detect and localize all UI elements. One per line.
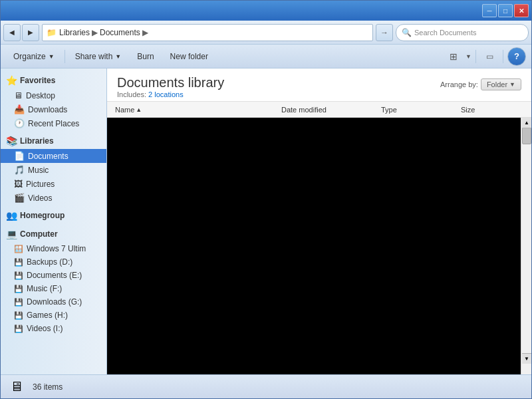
search-icon: 🔍 xyxy=(402,28,412,37)
col-date-label: Date modified xyxy=(281,106,327,114)
col-type-header[interactable]: Type xyxy=(376,106,456,114)
vertical-scrollbar[interactable]: ▼ ▲ xyxy=(521,118,531,374)
sidebar-item-recent-places[interactable]: 🕐 Recent Places xyxy=(1,116,106,130)
share-chevron-icon: ▼ xyxy=(115,53,121,60)
title-bar-buttons: ─ □ ✕ xyxy=(482,4,529,17)
explorer-window: ─ □ ✕ ◀ ▶ 📁 Libraries ▶ Documents ▶ → 🔍 … xyxy=(0,0,532,399)
views-button[interactable]: ⊞ xyxy=(444,47,463,66)
libraries-header[interactable]: 📚 Libraries xyxy=(1,133,106,149)
backups-icon: 💾 xyxy=(14,258,23,267)
scroll-up-button[interactable]: ▲ xyxy=(522,118,531,128)
win7-icon: 🪟 xyxy=(14,245,23,253)
status-computer-icon: 🖥 xyxy=(7,378,26,396)
sidebar-item-videos-i[interactable]: 💾 Videos (I:) xyxy=(1,322,106,335)
sidebar-item-downloads-label: Downloads xyxy=(28,105,67,114)
organize-button[interactable]: Organize ▼ xyxy=(6,47,62,66)
arrange-chevron-icon: ▼ xyxy=(509,81,515,88)
content-header: Documents library Arrange by: Folder ▼ I… xyxy=(107,68,531,102)
address-path[interactable]: 📁 Libraries ▶ Documents ▶ xyxy=(42,24,373,41)
favorites-header[interactable]: ⭐ Favorites xyxy=(1,72,106,88)
libraries-icon: 📚 xyxy=(6,136,17,146)
computer-header[interactable]: 💻 Computer xyxy=(1,226,106,242)
homegroup-header[interactable]: 👥 Homegroup xyxy=(1,207,106,223)
sidebar-item-videos[interactable]: 🎬 Videos xyxy=(1,191,106,205)
documents-icon: 📄 xyxy=(14,151,25,161)
file-list-container: ▼ ▲ xyxy=(107,118,531,374)
arrange-value: Folder xyxy=(487,80,507,88)
arrange-bar: Arrange by: Folder ▼ xyxy=(440,78,521,90)
close-button[interactable]: ✕ xyxy=(514,4,529,17)
sidebar-item-pictures[interactable]: 🖼 Pictures xyxy=(1,177,106,191)
homegroup-label: Homegroup xyxy=(20,211,65,220)
sidebar-item-win7-label: Windows 7 Ultim xyxy=(27,244,86,253)
search-box[interactable]: 🔍 Search Documents xyxy=(396,24,529,41)
sidebar-item-backups-label: Backups (D:) xyxy=(27,257,72,267)
sidebar-item-documents-label: Documents xyxy=(28,152,68,161)
computer-label: Computer xyxy=(20,229,58,239)
sidebar-item-win7[interactable]: 🪟 Windows 7 Ultim xyxy=(1,242,106,255)
locations-link[interactable]: 2 locations xyxy=(148,90,184,98)
new-folder-label: New folder xyxy=(170,52,208,61)
path-libraries[interactable]: Libraries xyxy=(59,28,90,37)
sidebar: ⭐ Favorites 🖥 Desktop 📥 Downloads 🕐 Rece… xyxy=(1,68,107,374)
burn-button[interactable]: Burn xyxy=(130,47,161,66)
arrange-label: Arrange by: xyxy=(440,80,478,88)
views-chevron-icon: ▼ xyxy=(466,53,471,60)
sidebar-item-downloads[interactable]: 📥 Downloads xyxy=(1,102,106,116)
burn-label: Burn xyxy=(137,52,154,61)
sidebar-item-documents-e[interactable]: 💾 Documents (E:) xyxy=(1,269,106,282)
favorites-label: Favorites xyxy=(20,76,55,85)
address-bar: ◀ ▶ 📁 Libraries ▶ Documents ▶ → 🔍 Search… xyxy=(1,21,531,45)
favorites-icon: ⭐ xyxy=(6,75,17,86)
sidebar-item-music-label: Music xyxy=(28,166,49,175)
downloads-g-icon: 💾 xyxy=(14,298,23,307)
homegroup-icon: 👥 xyxy=(6,210,17,221)
share-label: Share with xyxy=(75,52,113,61)
file-list[interactable] xyxy=(107,118,531,374)
homegroup-section: 👥 Homegroup xyxy=(1,207,106,223)
sidebar-item-documents[interactable]: 📄 Documents xyxy=(1,149,106,163)
recent-places-icon: 🕐 xyxy=(14,118,25,128)
scroll-down-button[interactable]: ▼ xyxy=(522,353,531,364)
computer-icon: 💻 xyxy=(6,229,17,239)
sidebar-item-music[interactable]: 🎵 Music xyxy=(1,163,106,177)
new-folder-button[interactable]: New folder xyxy=(163,47,215,66)
sidebar-item-games-h[interactable]: 💾 Games (H:) xyxy=(1,309,106,322)
back-button[interactable]: ◀ xyxy=(3,24,21,41)
desktop-icon: 🖥 xyxy=(14,90,23,100)
sidebar-item-downloads-g-label: Downloads (G:) xyxy=(27,297,82,307)
path-documents[interactable]: Documents xyxy=(100,28,140,37)
maximize-button[interactable]: □ xyxy=(498,4,513,17)
sidebar-item-backups[interactable]: 💾 Backups (D:) xyxy=(1,255,106,269)
col-name-header[interactable]: Name ▲ xyxy=(110,106,276,114)
col-name-label: Name xyxy=(115,106,134,114)
toolbar-separator-2 xyxy=(475,50,476,63)
folder-icon: 📁 xyxy=(47,28,57,37)
help-button[interactable]: ? xyxy=(507,47,526,66)
sidebar-item-music-f[interactable]: 💾 Music (F:) xyxy=(1,282,106,295)
sidebar-item-documents-e-label: Documents (E:) xyxy=(27,271,82,280)
sidebar-item-downloads-g[interactable]: 💾 Downloads (G:) xyxy=(1,295,106,309)
toolbar: Organize ▼ Share with ▼ Burn New folder … xyxy=(1,45,531,68)
videos-i-icon: 💾 xyxy=(14,325,23,333)
toolbar-separator-1 xyxy=(65,50,65,63)
organize-label: Organize xyxy=(13,52,46,61)
refresh-button[interactable]: → xyxy=(376,24,393,41)
forward-button[interactable]: ▶ xyxy=(22,24,39,41)
col-size-header[interactable]: Size xyxy=(456,106,509,114)
column-headers: Name ▲ Date modified Type Size xyxy=(107,102,531,118)
share-button[interactable]: Share with ▼ xyxy=(68,47,129,66)
videos-icon: 🎬 xyxy=(14,193,25,203)
toolbar-right: ⊞ ▼ ▭ ? xyxy=(444,47,526,66)
arrange-folder-button[interactable]: Folder ▼ xyxy=(481,78,521,90)
sidebar-item-desktop[interactable]: 🖥 Desktop xyxy=(1,88,106,102)
col-date-header[interactable]: Date modified xyxy=(276,106,376,114)
music-f-icon: 💾 xyxy=(14,285,23,293)
preview-button[interactable]: ▭ xyxy=(480,47,499,66)
minimize-button[interactable]: ─ xyxy=(482,4,497,17)
library-title: Documents library xyxy=(117,75,224,90)
library-subtitle: Includes: 2 locations xyxy=(117,90,521,98)
sidebar-item-videos-i-label: Videos (I:) xyxy=(27,324,63,333)
pictures-icon: 🖼 xyxy=(14,179,23,189)
sidebar-item-videos-label: Videos xyxy=(28,194,52,203)
